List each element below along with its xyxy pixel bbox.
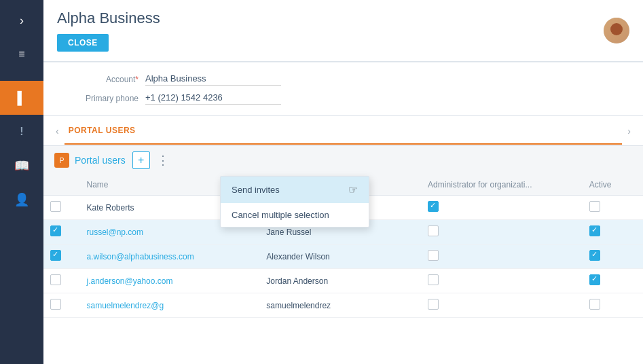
row-active-checkbox[interactable] [589,225,600,236]
row-checkbox[interactable] [50,274,61,285]
book-icon: 📖 [14,158,29,173]
row-checkbox-cell[interactable] [43,244,79,269]
row-admin-checkbox[interactable] [428,274,439,285]
row-admin-cell[interactable] [421,220,583,244]
row-checkbox[interactable] [50,299,61,310]
row-active-checkbox[interactable] [589,299,600,310]
required-marker: * [135,75,139,84]
col-header-admin: Administrator for organizati... [421,175,583,196]
portal-nav-title: PORTAL USERS [65,117,623,145]
row-admin-cell[interactable] [421,196,583,220]
row-checkbox[interactable] [50,250,61,261]
row-name-cell: samuelmelendrez@g [79,293,259,318]
sidebar-menu-icon[interactable]: ≡ [12,41,31,67]
table-row: j.anderson@yahoo.com Jordan Anderson [43,269,643,293]
sidebar-expand-icon[interactable]: › [13,7,31,35]
close-button[interactable]: CLOSE [57,34,109,52]
row-checkbox-cell[interactable] [43,269,79,293]
phone-value: +1 (212) 1542 4236 [145,92,281,105]
cancel-selection-menu-item[interactable]: Cancel multiple selection [221,203,369,227]
row-checkbox-cell[interactable] [43,293,79,318]
row-active-checkbox[interactable] [589,201,600,212]
row-checkbox-cell[interactable] [43,220,79,244]
portal-nav-chevron-right[interactable]: › [622,120,636,142]
account-info: Account* Alpha Business Primary phone +1… [43,62,643,116]
row-admin-cell[interactable] [421,269,583,293]
phone-field-row: Primary phone +1 (212) 1542 4236 [57,92,629,105]
row-active-cell[interactable] [583,196,643,220]
row-active-cell[interactable] [583,244,643,269]
row-active-cell[interactable] [583,220,643,244]
more-options-button[interactable]: ⋮ [154,151,172,169]
header-left: Alpha Business CLOSE [57,10,160,52]
col-header-active: Active [583,175,643,196]
context-menu: Send invites ☞ Cancel multiple selection [220,176,369,228]
row-display-cell: Jordan Anderson [259,269,421,293]
row-checkbox[interactable] [50,225,61,236]
cursor-icon: ☞ [348,183,358,196]
portal-nav-chevron-left[interactable]: ‹ [50,120,65,142]
row-admin-checkbox[interactable] [428,250,439,261]
row-active-checkbox[interactable] [589,250,600,261]
sidebar-item-charts[interactable]: ▌ [0,81,43,115]
portal-users-label: Portal users [75,155,126,166]
alert-icon: ! [20,126,23,138]
main-content: Alpha Business CLOSE Account* Alpha Busi… [43,0,643,364]
send-invites-menu-item[interactable]: Send invites ☞ [221,177,369,203]
row-display-cell: samuelmelendrez [259,293,421,318]
portal-nav: ‹ PORTAL USERS › [43,116,643,146]
phone-label: Primary phone [57,94,145,103]
row-admin-cell[interactable] [421,293,583,318]
portal-icon-label: P [60,157,65,164]
row-display-cell: Alexander Wilson [259,244,421,269]
table-toolbar: P Portal users + ⋮ Send invites ☞ Cancel… [43,146,643,175]
sidebar-item-alerts[interactable]: ! [0,115,43,149]
row-checkbox-cell[interactable] [43,196,79,220]
row-active-cell[interactable] [583,293,643,318]
sidebar-item-book[interactable]: 📖 [0,149,43,183]
avatar[interactable] [604,18,629,43]
row-name-cell: j.anderson@yahoo.com [79,269,259,293]
table-row: samuelmelendrez@g samuelmelendrez [43,293,643,318]
row-admin-checkbox[interactable] [428,225,439,236]
row-admin-cell[interactable] [421,244,583,269]
user-icon: 👤 [14,192,29,207]
row-active-cell[interactable] [583,269,643,293]
sidebar-item-users[interactable]: 👤 [0,183,43,217]
row-admin-checkbox[interactable] [428,201,439,212]
table-row: a.wilson@alphabusiness.com Alexander Wil… [43,244,643,269]
portal-icon: P [54,153,69,168]
bar-chart-icon: ▌ [18,91,26,105]
portal-section: ‹ PORTAL USERS › P Portal users + ⋮ Send… [43,116,643,364]
page-title: Alpha Business [57,10,160,27]
sidebar: › ≡ ▌ ! 📖 👤 [0,0,43,364]
row-active-checkbox[interactable] [589,274,600,285]
account-label: Account* [57,75,145,84]
account-value: Alpha Business [145,73,281,86]
top-header: Alpha Business CLOSE [43,0,643,62]
avatar-image [604,18,629,43]
row-name-cell: a.wilson@alphabusiness.com [79,244,259,269]
col-header-checkbox [43,175,79,196]
row-admin-checkbox[interactable] [428,299,439,310]
account-field-row: Account* Alpha Business [57,73,629,86]
add-portal-user-button[interactable]: + [132,151,150,169]
row-checkbox[interactable] [50,201,61,212]
